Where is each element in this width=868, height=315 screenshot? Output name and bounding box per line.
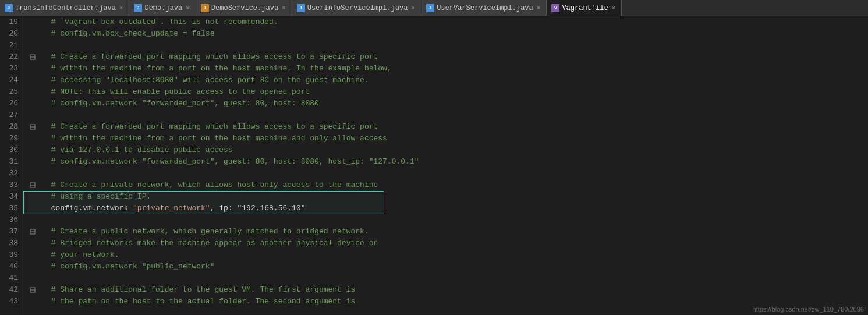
line-text: # accessing "localhost:8080" will access… xyxy=(42,75,369,86)
tab-close-button[interactable]: × xyxy=(536,4,542,12)
tab-label: TransInfoController.java xyxy=(15,4,116,12)
line-number: 41 xyxy=(5,272,18,284)
line-text: # Create a public network, which general… xyxy=(42,226,369,238)
line-number: 21 xyxy=(5,40,18,51)
line-number: 43 xyxy=(5,296,18,307)
code-line xyxy=(28,214,868,226)
line-number: 25 xyxy=(5,86,18,98)
fold-icon[interactable] xyxy=(28,182,37,188)
vagrantfile-icon: V xyxy=(551,4,559,12)
code-line: # Create a public network, which general… xyxy=(28,226,868,238)
code-line: # Bridged networks make the machine appe… xyxy=(28,238,868,249)
code-line: # config.vm.network "forwarded_port", gu… xyxy=(28,98,868,109)
line-text: # NOTE: This will enable public access t… xyxy=(42,86,310,98)
line-text: # within the machine from a port on the … xyxy=(42,63,392,75)
tab-transinfo[interactable]: JTransInfoController.java× xyxy=(0,0,129,16)
line-number: 40 xyxy=(5,261,18,272)
tab-bar: JTransInfoController.java×JDemo.java×JDe… xyxy=(0,0,868,16)
editor: 1920212223242526272829303132333435363738… xyxy=(0,16,868,315)
java-icon: J xyxy=(5,4,13,12)
line-number: 34 xyxy=(5,191,18,203)
line-text: # config.vm.network "forwarded_port", gu… xyxy=(42,98,319,109)
line-number: 37 xyxy=(5,226,18,238)
java-icon: J xyxy=(134,4,142,12)
code-line: # within the machine from a port on the … xyxy=(28,63,868,75)
line-content-area: # `vagrant box outdated`. This is not re… xyxy=(23,16,868,315)
tab-vagrantfile[interactable]: VVagrantfile× xyxy=(547,0,622,16)
code-line: # config.vm.network "forwarded_port", gu… xyxy=(28,156,868,168)
tab-demo[interactable]: JDemo.java× xyxy=(129,0,196,16)
line-text: # config.vm.box_check_update = false xyxy=(42,28,214,40)
line-number: 33 xyxy=(5,179,18,191)
tab-close-button[interactable]: × xyxy=(611,4,617,12)
line-number: 36 xyxy=(5,214,18,226)
line-number: 35 xyxy=(5,203,18,214)
line-number: 20 xyxy=(5,28,18,40)
code-area: 1920212223242526272829303132333435363738… xyxy=(0,16,868,315)
tab-close-button[interactable]: × xyxy=(118,4,125,12)
code-line: # NOTE: This will enable public access t… xyxy=(28,86,868,98)
code-line: # within the machine from a port on the … xyxy=(28,133,868,144)
code-line xyxy=(28,109,868,121)
line-text: config.vm.network "private_network", ip:… xyxy=(42,203,306,214)
line-text: # config.vm.network "public_network" xyxy=(42,261,214,272)
tab-userinfoservice[interactable]: JUserInfoServiceImpl.java× xyxy=(292,0,421,16)
tab-close-button[interactable]: × xyxy=(281,4,287,12)
line-number: 23 xyxy=(5,63,18,75)
code-line: # via 127.0.0.1 to disable public access xyxy=(28,144,868,156)
line-text: # via 127.0.0.1 to disable public access xyxy=(42,144,233,156)
code-line: # the path on the host to the actual fol… xyxy=(28,296,868,307)
code-line xyxy=(28,272,868,284)
line-text: # Share an additional folder to the gues… xyxy=(42,284,355,296)
line-numbers: 1920212223242526272829303132333435363738… xyxy=(0,16,23,315)
tab-close-button[interactable]: × xyxy=(410,4,417,12)
code-line: # `vagrant box outdated`. This is not re… xyxy=(28,16,868,28)
code-line: # accessing "localhost:8080" will access… xyxy=(28,75,868,86)
line-text: # the path on the host to the actual fol… xyxy=(42,296,355,307)
line-number: 31 xyxy=(5,156,18,168)
code-line: # your network. xyxy=(28,249,868,261)
tab-label: Demo.java xyxy=(144,4,182,12)
code-line: # config.vm.box_check_update = false xyxy=(28,28,868,40)
line-number: 24 xyxy=(5,75,18,86)
line-number: 38 xyxy=(5,238,18,249)
line-number: 27 xyxy=(5,109,18,121)
java-icon: J xyxy=(426,4,434,12)
code-line: # config.vm.network "public_network" xyxy=(28,261,868,272)
fold-icon[interactable] xyxy=(28,124,37,130)
fold-icon[interactable] xyxy=(28,287,37,293)
line-number: 26 xyxy=(5,98,18,109)
code-line: # Create a private network, which allows… xyxy=(28,179,868,191)
java-icon: J xyxy=(297,4,305,12)
tab-label: UserInfoServiceImpl.java xyxy=(307,4,408,12)
line-text: # Create a private network, which allows… xyxy=(42,179,378,191)
line-text: # using a specific IP. xyxy=(42,191,151,203)
code-lines: # `vagrant box outdated`. This is not re… xyxy=(23,16,868,307)
code-line: # Create a forwarded port mapping which … xyxy=(28,51,868,63)
line-number: 22 xyxy=(5,51,18,63)
tab-demoservice[interactable]: JDemoService.java× xyxy=(196,0,292,16)
code-line: # Share an additional folder to the gues… xyxy=(28,284,868,296)
line-text: # Bridged networks make the machine appe… xyxy=(42,238,378,249)
code-line xyxy=(28,168,868,179)
tab-label: DemoService.java xyxy=(211,4,278,12)
fold-icon[interactable] xyxy=(28,229,37,235)
line-number: 19 xyxy=(5,16,18,28)
line-number: 28 xyxy=(5,121,18,133)
code-line xyxy=(28,40,868,51)
line-number: 29 xyxy=(5,133,18,144)
tab-label: UserVarServiceImpl.java xyxy=(437,4,533,12)
tab-label: Vagrantfile xyxy=(562,4,608,12)
code-line: # Create a forwarded port mapping which … xyxy=(28,121,868,133)
java-icon: J xyxy=(201,4,209,12)
tab-close-button[interactable]: × xyxy=(185,4,191,12)
line-text: # config.vm.network "forwarded_port", gu… xyxy=(42,156,419,168)
line-text: # within the machine from a port on the … xyxy=(42,133,387,144)
line-number: 32 xyxy=(5,168,18,179)
code-line: # using a specific IP. xyxy=(28,191,868,203)
line-number: 30 xyxy=(5,144,18,156)
line-text: # `vagrant box outdated`. This is not re… xyxy=(42,16,278,28)
tab-uservarservice[interactable]: JUserVarServiceImpl.java× xyxy=(421,0,547,16)
line-text: # Create a forwarded port mapping which … xyxy=(42,51,378,63)
fold-icon[interactable] xyxy=(28,54,37,60)
